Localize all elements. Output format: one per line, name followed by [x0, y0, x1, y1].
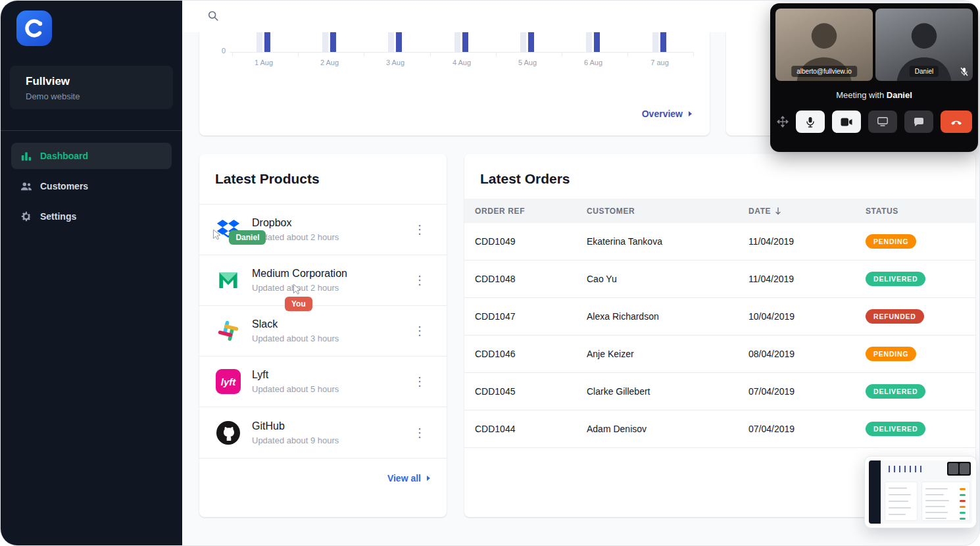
chevron-right-icon — [688, 111, 693, 117]
hang-up-button[interactable] — [941, 111, 972, 133]
order-ref: CDD1045 — [475, 386, 587, 397]
order-row[interactable]: CDD1047 Alexa Richardson 10/04/2019 REFU… — [464, 298, 975, 335]
customers-icon — [20, 180, 32, 192]
order-customer: Anje Keizer — [587, 349, 748, 359]
workspace-name: Fullview — [26, 75, 157, 88]
sidebar-nav: Dashboard Customers Settings — [11, 143, 172, 234]
sidebar: Fullview Demo website Dashboard — [1, 1, 182, 545]
view-all-link[interactable]: View all — [387, 473, 431, 484]
sidebar-item-customers[interactable]: Customers — [11, 173, 172, 199]
order-row[interactable]: CDD1045 Clarke Gillebert 07/04/2019 DELI… — [464, 373, 975, 410]
pip-mini-orders — [921, 482, 970, 521]
row-menu-button[interactable]: ⋮ — [408, 272, 431, 289]
x-tick-label: 1 Aug — [244, 59, 283, 66]
product-row-medium[interactable]: Medium Corporation Updated about 2 hours… — [199, 255, 447, 306]
chat-button[interactable] — [904, 111, 933, 133]
product-name: Dropbox — [252, 217, 408, 229]
chevron-right-icon — [426, 475, 431, 482]
axis-tick — [364, 52, 364, 57]
screen-share-button[interactable] — [868, 111, 897, 133]
order-date: 10/04/2019 — [748, 311, 866, 322]
product-updated: Updated about 3 hours — [252, 334, 408, 343]
row-menu-button[interactable]: ⋮ — [408, 424, 431, 441]
sidebar-item-label: Dashboard — [40, 151, 88, 161]
fullview-logo-icon — [24, 18, 45, 39]
axis-tick — [627, 52, 628, 57]
product-name: Medium Corporation — [252, 268, 408, 280]
col-date[interactable]: DATE — [748, 207, 866, 216]
fullview-logo[interactable] — [16, 11, 52, 46]
pip-mini-products — [885, 482, 918, 521]
order-row[interactable]: CDD1049 Ekaterina Tankova 11/04/2019 PEN… — [464, 223, 975, 261]
search-button[interactable] — [206, 9, 220, 24]
x-tick-label: 3 Aug — [376, 59, 415, 66]
orders-title: Latest Orders — [480, 171, 960, 187]
slack-logo-icon — [217, 320, 239, 342]
status-badge: REFUNDED — [866, 309, 924, 324]
row-menu-button[interactable]: ⋮ — [408, 322, 431, 339]
chart-bar-secondary — [322, 30, 328, 52]
order-ref: CDD1048 — [475, 274, 587, 284]
dashboard-icon — [20, 150, 32, 162]
sidebar-item-dashboard[interactable]: Dashboard — [11, 143, 172, 169]
github-logo-icon — [216, 420, 241, 445]
product-name: Lyft — [252, 369, 408, 381]
chart-bar-secondary — [586, 30, 592, 52]
participant-label: alberto@fullview.io — [791, 66, 857, 77]
sidebar-divider — [1, 130, 182, 131]
workspace-panel[interactable]: Fullview Demo website — [10, 66, 173, 109]
axis-tick — [693, 52, 694, 57]
status-badge: DELIVERED — [866, 272, 925, 286]
overview-link[interactable]: Overview — [642, 109, 693, 119]
mic-button[interactable] — [796, 111, 825, 133]
product-updated: Updated about 5 hours — [252, 384, 408, 394]
order-customer: Cao Yu — [587, 274, 748, 284]
meeting-title: Meeting with Daniel — [770, 90, 978, 100]
video-call-overlay: alberto@fullview.io Daniel Meeting with … — [770, 3, 978, 152]
order-customer: Alexa Richardson — [587, 311, 748, 322]
product-row-slack[interactable]: Slack Updated about 3 hours ⋮ — [199, 306, 447, 357]
chat-bubble-icon — [914, 117, 924, 127]
products-title: Latest Products — [215, 171, 431, 187]
screen-preview-pip[interactable] — [864, 456, 977, 528]
order-ref: CDD1047 — [475, 311, 587, 322]
order-row[interactable]: CDD1046 Anje Keizer 08/04/2019 PENDING — [464, 335, 975, 373]
status-badge: DELIVERED — [866, 422, 925, 436]
camera-button[interactable] — [832, 111, 861, 133]
x-axis-line — [230, 52, 694, 53]
order-ref: CDD1046 — [475, 349, 587, 359]
view-all-label: View all — [387, 473, 421, 484]
chart-bar-secondary — [454, 30, 460, 52]
sidebar-item-settings[interactable]: Settings — [11, 203, 172, 230]
status-badge: DELIVERED — [866, 384, 925, 399]
order-ref: CDD1044 — [475, 424, 587, 434]
col-customer: CUSTOMER — [587, 207, 748, 216]
product-row-lyft[interactable]: lyft Lyft Updated about 5 hours ⋮ — [199, 357, 447, 407]
chart-bar-secondary — [520, 30, 526, 52]
cursor-arrow-icon — [212, 229, 222, 240]
axis-tick — [430, 52, 431, 57]
product-row-github[interactable]: GitHub Updated about 9 hours ⋮ — [199, 407, 447, 458]
axis-tick — [562, 52, 562, 57]
pip-mini-sidebar — [869, 460, 881, 524]
camera-icon — [841, 118, 852, 126]
app-window: Fullview Demo website Dashboard — [0, 0, 980, 546]
row-menu-button[interactable]: ⋮ — [408, 221, 431, 238]
mic-icon — [806, 116, 815, 128]
x-tick-label: 6 Aug — [574, 59, 613, 66]
order-row[interactable]: CDD1048 Cao Yu 11/04/2019 DELIVERED — [464, 261, 975, 298]
participant-label: Daniel — [910, 66, 939, 77]
cursor-name-badge: Daniel — [229, 230, 266, 245]
product-name: Slack — [252, 318, 408, 330]
axis-tick — [496, 52, 497, 57]
chart-bar-secondary — [257, 30, 262, 52]
drag-move-icon[interactable] — [777, 116, 789, 128]
order-date: 08/04/2019 — [748, 349, 866, 359]
axis-tick — [298, 52, 299, 57]
order-row[interactable]: CDD1044 Adam Denisov 07/04/2019 DELIVERE… — [464, 410, 975, 448]
lyft-logo-icon: lyft — [216, 369, 241, 394]
order-customer: Adam Denisov — [587, 424, 748, 434]
hang-up-phone-icon — [950, 119, 962, 125]
row-menu-button[interactable]: ⋮ — [408, 373, 431, 390]
x-tick-label: 7 aug — [640, 59, 679, 66]
